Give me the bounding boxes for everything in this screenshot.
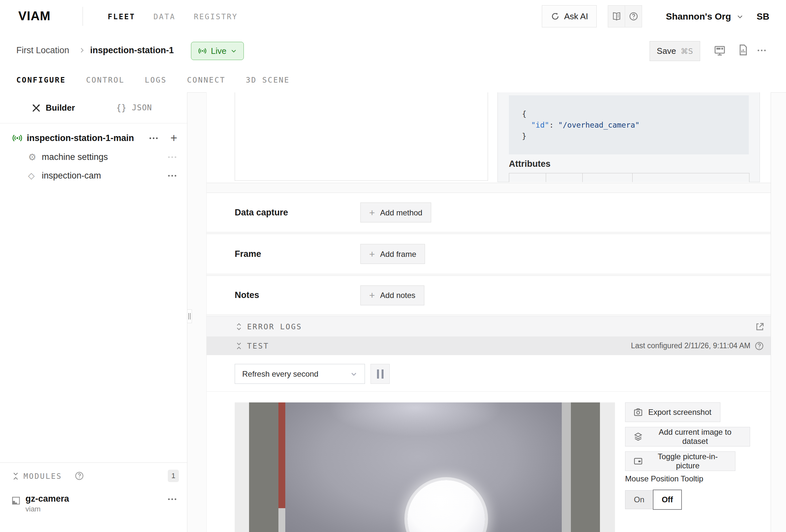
- open-logs-external-icon[interactable]: [755, 322, 765, 331]
- modules-count-badge: 1: [168, 470, 179, 482]
- save-button[interactable]: Save ⌘S: [650, 41, 700, 61]
- camera-post-base: [278, 508, 285, 532]
- live-status-badge[interactable]: Live: [191, 42, 244, 60]
- docs-button[interactable]: [608, 5, 625, 27]
- live-label: Live: [211, 46, 227, 56]
- tab-connect[interactable]: CONNECT: [187, 76, 226, 84]
- camera-left-pillar: [249, 402, 278, 532]
- tab-configure[interactable]: CONFIGURE: [16, 76, 66, 84]
- frame-title: Frame: [235, 234, 261, 274]
- machine-settings-menu-icon[interactable]: [167, 149, 177, 164]
- org-switcher[interactable]: Shannon's Org: [666, 0, 744, 33]
- test-panel: Refresh every second: [207, 355, 771, 532]
- builder-json-toggle: Builder {} JSON: [0, 92, 187, 123]
- code-close-brace: }: [522, 132, 527, 140]
- attributes-heading: Attributes: [509, 159, 551, 169]
- test-label: TEST: [247, 337, 269, 355]
- nav-divider: [83, 7, 83, 26]
- tab-control[interactable]: CONTROL: [86, 76, 125, 84]
- camera-wall-strip: [600, 402, 615, 532]
- help-button[interactable]: [625, 5, 642, 27]
- module-org: viam: [25, 504, 41, 514]
- modules-header: MODULES 1: [0, 467, 187, 485]
- modules-collapse-icon[interactable]: [11, 471, 20, 481]
- more-options-icon[interactable]: [757, 46, 766, 55]
- camera-sphere-object: [407, 480, 485, 532]
- gear-icon: ⚙: [28, 149, 36, 164]
- pause-refresh-button[interactable]: [370, 364, 390, 384]
- machine-dashboard-icon[interactable]: [714, 44, 726, 57]
- layers-icon: [633, 432, 643, 442]
- save-shortcut: ⌘S: [680, 47, 693, 55]
- last-configured-text: Last configured 2/11/26, 9:11:04 AM: [631, 337, 750, 355]
- camera-red-post: [278, 402, 285, 508]
- mouse-tooltip-label: Mouse Position Tooltip: [625, 474, 703, 483]
- module-icon: [11, 496, 21, 506]
- tooltip-on-button[interactable]: On: [625, 490, 653, 509]
- viam-app: VIAM FLEET DATA REGISTRY Ask AI: [0, 0, 786, 532]
- data-capture-title: Data capture: [235, 193, 288, 232]
- test-help-icon[interactable]: [754, 341, 764, 351]
- json-braces-icon[interactable]: {}: [116, 92, 126, 123]
- top-nav-tabs: FLEET DATA REGISTRY: [108, 0, 238, 33]
- toggle-pip-label: Toggle picture-in-picture: [648, 452, 727, 470]
- code-key-id: "id": [531, 121, 549, 129]
- export-screenshot-button[interactable]: Export screenshot: [625, 402, 720, 422]
- nav-tab-registry[interactable]: REGISTRY: [194, 13, 238, 21]
- error-logs-label: ERROR LOGS: [247, 317, 302, 337]
- tab-3d-scene[interactable]: 3D SCENE: [246, 76, 290, 84]
- test-bar[interactable]: TEST Last configured 2/11/26, 9:11:04 AM: [207, 337, 771, 355]
- tab-logs[interactable]: LOGS: [145, 76, 167, 84]
- component-json-panel: { "id": "/overhead_camera" } Attributes: [498, 92, 760, 182]
- ask-ai-button[interactable]: Ask AI: [542, 5, 597, 27]
- machine-bar: First Location inspection-station-1 Live…: [0, 33, 786, 68]
- viam-logo[interactable]: VIAM: [18, 9, 51, 23]
- collapse-icon[interactable]: [235, 342, 243, 350]
- expand-icon[interactable]: [235, 322, 243, 331]
- toggle-pip-button[interactable]: Toggle picture-in-picture: [625, 452, 735, 471]
- plus-icon: +: [369, 249, 375, 259]
- tree-item-inspection-cam[interactable]: ◇ inspection-cam: [0, 168, 187, 183]
- module-item-gz-camera[interactable]: gz-camera viam: [0, 494, 187, 521]
- report-document-icon[interactable]: [737, 44, 749, 56]
- tree-item-label: machine settings: [42, 149, 108, 164]
- code-colon: :: [549, 121, 554, 129]
- modules-help-icon[interactable]: [74, 471, 84, 481]
- machine-tab-bar: CONFIGURE CONTROL LOGS CONNECT 3D SCENE: [0, 67, 786, 93]
- add-component-button[interactable]: +: [170, 131, 177, 145]
- builder-toggle[interactable]: Builder: [46, 92, 75, 123]
- picture-in-picture-icon: [633, 456, 643, 466]
- add-frame-button[interactable]: + Add frame: [360, 244, 425, 264]
- nav-tab-data[interactable]: DATA: [154, 13, 175, 21]
- component-json-code[interactable]: { "id": "/overhead_camera" }: [509, 95, 749, 154]
- top-nav: VIAM FLEET DATA REGISTRY Ask AI: [0, 0, 786, 33]
- tooltip-off-button[interactable]: Off: [653, 490, 682, 510]
- notes-section: Notes + Add notes: [207, 275, 771, 315]
- attributes-table-col: [632, 173, 749, 182]
- save-label: Save: [657, 46, 676, 56]
- camera-stream-image[interactable]: [235, 402, 615, 532]
- refresh-rate-select[interactable]: Refresh every second: [235, 364, 365, 384]
- plus-icon: +: [369, 291, 375, 300]
- live-signal-icon: [198, 46, 207, 55]
- help-circle-icon: [629, 11, 639, 21]
- error-logs-bar[interactable]: ERROR LOGS: [207, 316, 771, 337]
- plus-icon: +: [369, 208, 375, 217]
- inspection-cam-menu-icon[interactable]: [167, 168, 177, 183]
- pause-icon: [382, 369, 384, 378]
- add-method-button[interactable]: + Add method: [360, 203, 431, 223]
- add-notes-button[interactable]: + Add notes: [360, 285, 424, 305]
- tree-item-machine-part[interactable]: inspection-station-1-main +: [0, 131, 187, 145]
- add-to-dataset-button[interactable]: Add current image to dataset: [625, 427, 750, 446]
- tree-item-machine-settings[interactable]: ⚙ machine settings: [0, 149, 187, 164]
- sidebar-resize-handle[interactable]: [187, 309, 192, 323]
- json-toggle[interactable]: JSON: [132, 92, 152, 123]
- part-menu-icon[interactable]: [148, 131, 158, 145]
- user-avatar[interactable]: SB: [757, 0, 769, 33]
- book-icon: [612, 11, 622, 21]
- ask-ai-sparkle-icon: [550, 11, 560, 21]
- breadcrumb-location[interactable]: First Location: [16, 33, 69, 67]
- nav-tab-fleet[interactable]: FLEET: [108, 13, 135, 21]
- attributes-table-col: [583, 173, 632, 182]
- module-menu-icon[interactable]: [167, 499, 177, 500]
